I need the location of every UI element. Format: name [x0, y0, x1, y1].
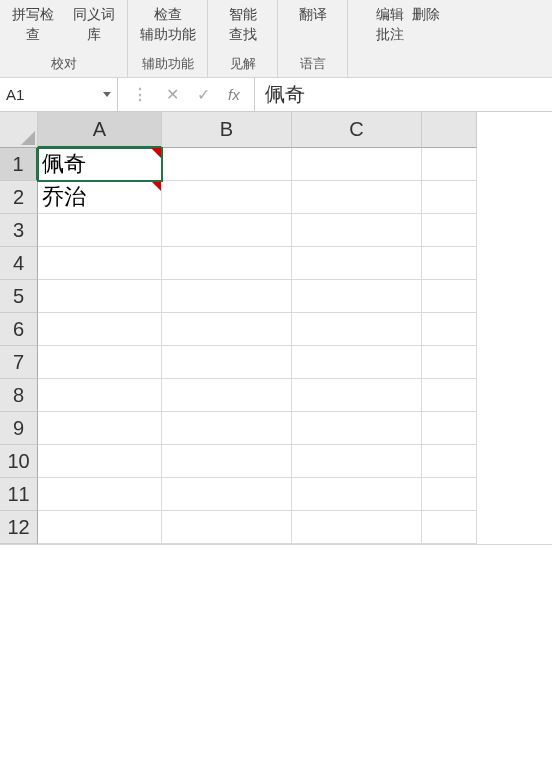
cell-2[interactable] [422, 181, 477, 214]
cell-C11[interactable] [292, 478, 422, 511]
cell-C9[interactable] [292, 412, 422, 445]
below-grid-area [0, 544, 552, 704]
cell-12[interactable] [422, 511, 477, 544]
cell-3[interactable] [422, 214, 477, 247]
row-headers: 123456789101112 [0, 148, 38, 544]
cell-A6[interactable] [38, 313, 162, 346]
cell-5[interactable] [422, 280, 477, 313]
cell-A11[interactable] [38, 478, 162, 511]
ribbon-group-insights-label: 见解 [214, 53, 271, 73]
cell-A12[interactable] [38, 511, 162, 544]
cancel-icon[interactable]: ✕ [166, 85, 179, 104]
formula-input[interactable]: 佩奇 [255, 81, 552, 108]
thesaurus-button[interactable]: 同义词库 [68, 4, 122, 44]
smart-lookup-label-2: 查找 [229, 24, 257, 44]
cell-B12[interactable] [162, 511, 292, 544]
cell-A2[interactable]: 乔治 [38, 181, 162, 214]
cell-B6[interactable] [162, 313, 292, 346]
row-header-9[interactable]: 9 [0, 412, 38, 445]
row-header-10[interactable]: 10 [0, 445, 38, 478]
table-row [38, 412, 477, 445]
cell-C8[interactable] [292, 379, 422, 412]
row-header-6[interactable]: 6 [0, 313, 38, 346]
comment-marker-icon[interactable] [151, 148, 161, 158]
ribbon-group-language: 翻译 语言 [278, 0, 348, 77]
cell-A3[interactable] [38, 214, 162, 247]
cell-C6[interactable] [292, 313, 422, 346]
cell-B9[interactable] [162, 412, 292, 445]
row-header-12[interactable]: 12 [0, 511, 38, 544]
formula-bar-buttons: ⋮ ✕ ✓ fx [118, 78, 255, 111]
cell-8[interactable] [422, 379, 477, 412]
cell-C4[interactable] [292, 247, 422, 280]
cell-B5[interactable] [162, 280, 292, 313]
select-all-corner[interactable] [0, 112, 38, 148]
cell-C5[interactable] [292, 280, 422, 313]
row-header-11[interactable]: 11 [0, 478, 38, 511]
cell-B2[interactable] [162, 181, 292, 214]
col-header-extra[interactable] [422, 112, 477, 148]
cell-7[interactable] [422, 346, 477, 379]
cell-B11[interactable] [162, 478, 292, 511]
edit-comment-button[interactable]: 编辑 批注 [376, 4, 404, 44]
cell-C10[interactable] [292, 445, 422, 478]
col-header-A[interactable]: A [38, 112, 162, 148]
table-row [38, 280, 477, 313]
table-row [38, 478, 477, 511]
table-row: 乔治 [38, 181, 477, 214]
cell-10[interactable] [422, 445, 477, 478]
table-row [38, 214, 477, 247]
comment-marker-icon[interactable] [151, 181, 161, 191]
cell-11[interactable] [422, 478, 477, 511]
row-header-7[interactable]: 7 [0, 346, 38, 379]
row-header-3[interactable]: 3 [0, 214, 38, 247]
ribbon-group-accessibility: 检查 辅助功能 辅助功能 [128, 0, 208, 77]
edit-comment-label-2: 批注 [376, 24, 404, 44]
cell-A8[interactable] [38, 379, 162, 412]
cell-A7[interactable] [38, 346, 162, 379]
more-icon[interactable]: ⋮ [132, 85, 148, 104]
cell-9[interactable] [422, 412, 477, 445]
cell-B8[interactable] [162, 379, 292, 412]
col-header-C[interactable]: C [292, 112, 422, 148]
delete-comment-button[interactable]: 删除 [412, 4, 440, 24]
cell-C1[interactable] [292, 148, 422, 181]
cell-A9[interactable] [38, 412, 162, 445]
cell-B7[interactable] [162, 346, 292, 379]
cell-B3[interactable] [162, 214, 292, 247]
translate-button[interactable]: 翻译 [299, 4, 327, 24]
ribbon: 拼写检查 同义词库 校对 检查 辅助功能 辅助功能 智能 查找 见解 翻 [0, 0, 552, 78]
row-header-4[interactable]: 4 [0, 247, 38, 280]
row-header-1[interactable]: 1 [0, 148, 38, 181]
row-header-5[interactable]: 5 [0, 280, 38, 313]
cell-C7[interactable] [292, 346, 422, 379]
cell-A1[interactable]: 佩奇 [38, 148, 162, 181]
confirm-icon[interactable]: ✓ [197, 85, 210, 104]
row-header-2[interactable]: 2 [0, 181, 38, 214]
cell-C2[interactable] [292, 181, 422, 214]
cell-4[interactable] [422, 247, 477, 280]
smart-lookup-button[interactable]: 智能 查找 [229, 4, 257, 44]
cell-1[interactable] [422, 148, 477, 181]
cell-B10[interactable] [162, 445, 292, 478]
cell-B4[interactable] [162, 247, 292, 280]
grid[interactable]: 佩奇乔治 [38, 148, 477, 544]
fx-icon[interactable]: fx [228, 86, 240, 103]
row-header-8[interactable]: 8 [0, 379, 38, 412]
ribbon-group-proofing-label: 校对 [6, 53, 121, 73]
cell-C3[interactable] [292, 214, 422, 247]
table-row [38, 247, 477, 280]
spellcheck-button[interactable]: 拼写检查 [6, 4, 60, 44]
chevron-down-icon[interactable] [103, 92, 111, 97]
cell-A10[interactable] [38, 445, 162, 478]
accessibility-check-button[interactable]: 检查 辅助功能 [140, 4, 196, 44]
edit-comment-label-1: 编辑 [376, 4, 404, 24]
cell-6[interactable] [422, 313, 477, 346]
cell-A5[interactable] [38, 280, 162, 313]
cell-B1[interactable] [162, 148, 292, 181]
col-header-B[interactable]: B [162, 112, 292, 148]
cell-A4[interactable] [38, 247, 162, 280]
name-box[interactable]: A1 [0, 78, 118, 111]
cell-C12[interactable] [292, 511, 422, 544]
sheet-area: 123456789101112 ABC 佩奇乔治 [0, 112, 552, 544]
